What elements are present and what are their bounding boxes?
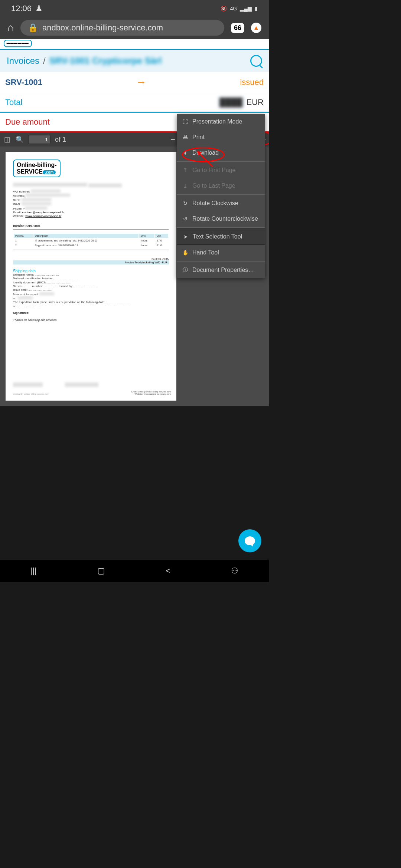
rotate-ccw-icon: ↺ (182, 216, 189, 222)
menu-print[interactable]: 🖶 Print (177, 129, 265, 145)
breadcrumb-invoices[interactable]: Invoices (7, 56, 39, 66)
status-icon: ♟ (35, 4, 43, 13)
arrow-icon: → (136, 76, 146, 88)
android-nav-bar: ||| ▢ < ⚇ (0, 560, 269, 582)
table-row: 2 Support hours - ctc. 3482/2020-08-13 h… (14, 243, 168, 247)
sidebar-toggle-icon[interactable]: ◫ (3, 135, 11, 144)
rotate-cw-icon: ↻ (182, 200, 189, 207)
expand-icon: ⛶ (182, 118, 189, 125)
menu-doc-properties[interactable]: ⓘ Document Properties… (177, 262, 265, 278)
network-label: 4G (230, 6, 237, 11)
search-icon[interactable] (250, 55, 262, 67)
chat-button[interactable] (238, 529, 261, 552)
pdf-line-items-table: Pos no. Description Unit Qty 1 IT progra… (13, 233, 169, 248)
breadcrumb-current: SRV-1001 Crypticorpe Sàrl (49, 56, 162, 66)
cursor-icon: ➤ (182, 233, 189, 240)
lock-icon: 🔒 (28, 23, 38, 33)
update-icon[interactable]: ▲ (251, 23, 261, 33)
signal-icon: ▂▄▆ (240, 6, 252, 11)
recent-apps-button[interactable]: ||| (30, 566, 37, 576)
invoice-status: issued (240, 78, 264, 87)
pdf-page: Online-billing- SERVICE.com VAT number: … (6, 152, 176, 401)
url-bar[interactable]: 🔒 andbox.online-billing-service.com (20, 20, 224, 36)
menu-text-selection[interactable]: ➤ Text Selection Tool (177, 228, 265, 245)
menu-hand-tool[interactable]: ✋ Hand Tool (177, 245, 265, 260)
total-label: Total (5, 98, 22, 107)
menu-presentation-mode[interactable]: ⛶ Presentation Mode (177, 114, 265, 129)
breadcrumb: Invoices / SRV-1001 Crypticorpe Sàrl (0, 50, 269, 72)
menu-rotate-cw[interactable]: ↻ Rotate Clockwise (177, 195, 265, 211)
pdf-context-menu: ⛶ Presentation Mode 🖶 Print ⬇ Download ⤒… (177, 114, 265, 278)
url-text: andbox.online-billing-service.com (42, 23, 163, 33)
menu-rotate-ccw[interactable]: ↺ Rotate Counterclockwise (177, 211, 265, 227)
due-label: Due amount (5, 117, 50, 127)
menu-last-page[interactable]: ⤓ Go to Last Page (177, 178, 265, 194)
print-icon: 🖶 (182, 134, 189, 141)
hand-icon: ✋ (182, 249, 189, 256)
breadcrumb-separator: / (43, 56, 46, 66)
table-row: 1 IT programming and consulting - ctc. 3… (14, 239, 168, 243)
accessibility-button[interactable]: ⚇ (231, 566, 238, 576)
last-page-icon: ⤓ (182, 183, 189, 189)
info-icon: ⓘ (182, 267, 189, 273)
mute-icon: 🔇 (221, 6, 227, 11)
logo-partial: ━━━━━━ (4, 40, 32, 47)
invoice-header-row: SRV-1001 → issued (0, 72, 269, 93)
menu-first-page[interactable]: ⤒ Go to First Page (177, 162, 265, 178)
home-button[interactable]: ▢ (97, 566, 105, 576)
status-time: 12:06 (11, 4, 32, 13)
pdf-footer: Email: office@online-billing-service.com… (131, 391, 171, 395)
total-amount: ████ EUR (218, 98, 264, 107)
status-bar: 12:06 ♟ 🔇 4G ▂▄▆ ▮ (0, 0, 269, 17)
shipping-header: Shipping data (13, 269, 169, 273)
browser-bar: ⌂ 🔒 andbox.online-billing-service.com 66… (0, 17, 269, 39)
search-tool-icon[interactable]: 🔍 (16, 135, 24, 144)
page-header: ━━━━━━ (0, 39, 269, 50)
page-total: of 1 (55, 136, 66, 144)
tab-count[interactable]: 66 (231, 23, 244, 33)
chat-icon (245, 536, 255, 545)
page-input[interactable] (28, 135, 50, 144)
pdf-invoice-title: Invoice SRV-1001 (13, 224, 169, 228)
first-page-icon: ⤒ (182, 167, 189, 174)
annotation-oval (182, 147, 225, 162)
invoice-id: SRV-1001 (5, 78, 42, 87)
pdf-logo: Online-billing- SERVICE.com (13, 160, 61, 177)
back-button[interactable]: < (166, 566, 170, 576)
total-row: Total ████ EUR (0, 93, 269, 113)
home-icon[interactable]: ⌂ (7, 22, 14, 34)
battery-icon: ▮ (255, 6, 258, 11)
